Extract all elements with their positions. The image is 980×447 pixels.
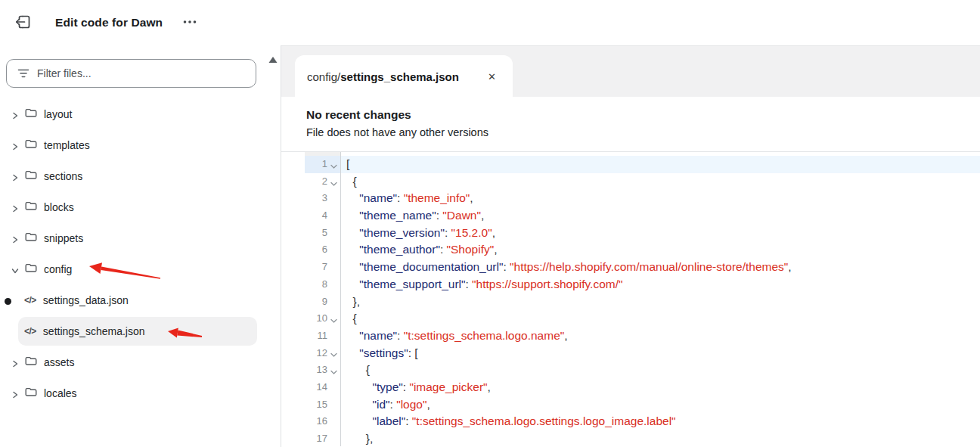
- gutter-cell: 5: [305, 225, 340, 242]
- fold-arrow-icon[interactable]: [327, 173, 340, 191]
- version-panel-subheading: File does not have any other versions: [306, 124, 980, 141]
- filter-files-input[interactable]: [6, 59, 256, 88]
- code-line-content[interactable]: "type": "image_picker",: [341, 379, 980, 396]
- code-line-content[interactable]: },: [341, 430, 980, 446]
- code-line-3: 3 "name": "theme_info",: [281, 190, 980, 207]
- code-line-content[interactable]: {: [341, 310, 980, 327]
- sidebar-item-snippets[interactable]: </> snippets: [0, 224, 281, 254]
- sidebar-scroll-up-arrow[interactable]: [268, 53, 278, 67]
- tree-item-label: blocks: [44, 201, 74, 213]
- page-title: Edit code for Dawn: [55, 16, 163, 29]
- gutter-cell: 4: [305, 207, 340, 225]
- code-line-16: 16 "label": "t:settings_schema.logo.sett…: [281, 413, 980, 430]
- code-line-8: 8 "theme_support_url": "https://support.…: [281, 276, 980, 293]
- tree-item-label: assets: [44, 356, 74, 368]
- line-number: 12: [305, 345, 327, 362]
- code-line-14: 14 "type": "image_picker",: [281, 379, 980, 396]
- tree-item-label: settings_data.json: [43, 294, 129, 306]
- line-number: 15: [305, 396, 327, 414]
- code-line-content[interactable]: [: [341, 156, 980, 173]
- sidebar-item-blocks[interactable]: </> blocks: [0, 193, 281, 223]
- chevron-right-icon[interactable]: [11, 358, 20, 367]
- sidebar-item-sections[interactable]: </> sections: [0, 162, 281, 192]
- code-line-2: 2 {: [281, 173, 980, 191]
- code-line-content[interactable]: {: [341, 173, 980, 191]
- code-editor: 1 [ 2 { 3 "name": "theme_info", 4: [281, 152, 980, 446]
- fold-arrow-icon[interactable]: [327, 310, 340, 327]
- version-panel: No recent changes File does not have any…: [281, 97, 980, 152]
- code-line-17: 17 },: [281, 430, 980, 446]
- code-file-icon: </>: [24, 326, 36, 337]
- gutter-cell: 15: [305, 396, 340, 414]
- gutter-cell: 11: [305, 327, 340, 345]
- tab-settings-schema[interactable]: config/settings_schema.json ✕: [295, 55, 513, 98]
- gutter-cell: 16: [305, 413, 340, 430]
- line-number: 7: [305, 259, 327, 276]
- code-line-5: 5 "theme_version": "15.2.0",: [281, 225, 980, 242]
- code-line-content[interactable]: "name": "theme_info",: [341, 190, 980, 207]
- code-line-content[interactable]: "theme_name": "Dawn",: [341, 207, 980, 225]
- topbar: Edit code for Dawn: [0, 0, 980, 45]
- sidebar-item-templates[interactable]: </> templates: [0, 131, 281, 161]
- line-number: 4: [305, 207, 327, 225]
- code-line-content[interactable]: "theme_support_url": "https://support.sh…: [341, 276, 980, 293]
- gutter-cell: 9: [305, 293, 340, 311]
- line-number: 10: [305, 310, 327, 327]
- code-line-11: 11 "name": "t:settings_schema.logo.name"…: [281, 327, 980, 345]
- folder-icon: [24, 230, 38, 247]
- line-number: 5: [305, 225, 327, 242]
- chevron-right-icon[interactable]: [11, 172, 20, 181]
- code-line-content[interactable]: "theme_version": "15.2.0",: [341, 225, 980, 242]
- folder-icon: [24, 168, 38, 185]
- more-actions-button[interactable]: [182, 14, 197, 32]
- tab-bar: config/settings_schema.json ✕: [281, 45, 980, 97]
- tree-item-label: layout: [44, 108, 72, 120]
- code-line-7: 7 "theme_documentation_url": "https://he…: [281, 259, 980, 276]
- code-line-6: 6 "theme_author": "Shopify",: [281, 241, 980, 259]
- chevron-right-icon[interactable]: [11, 234, 20, 243]
- sidebar-item-assets[interactable]: </> assets: [0, 348, 281, 378]
- code-file-icon: </>: [24, 295, 36, 306]
- gutter-cell: 10: [305, 310, 340, 327]
- gutter-cell: 1: [305, 156, 340, 173]
- file-sidebar: </> layout </> templates: [0, 45, 281, 447]
- gutter-cell: 7: [305, 259, 340, 276]
- chevron-right-icon[interactable]: [11, 141, 20, 150]
- chevron-right-icon[interactable]: [11, 203, 20, 212]
- sidebar-item-layout[interactable]: </> layout: [0, 100, 281, 130]
- folder-icon: [24, 199, 38, 216]
- sidebar-item-settings_data-json[interactable]: </> settings_data.json: [0, 286, 281, 316]
- code-line-content[interactable]: "theme_author": "Shopify",: [341, 241, 980, 259]
- tab-close-button[interactable]: ✕: [483, 68, 501, 85]
- chevron-right-icon[interactable]: [11, 110, 20, 119]
- exit-editor-button[interactable]: [14, 13, 33, 33]
- chevron-down-icon[interactable]: [11, 265, 20, 274]
- fold-arrow-icon[interactable]: [327, 345, 340, 362]
- line-number: 17: [305, 430, 327, 446]
- chevron-right-icon[interactable]: [11, 389, 20, 398]
- code-line-10: 10 {: [281, 310, 980, 327]
- sidebar-item-settings_schema-json[interactable]: </> settings_schema.json: [0, 317, 281, 347]
- code-line-content[interactable]: {: [341, 362, 980, 379]
- code-line-content[interactable]: "theme_documentation_url": "https://help…: [341, 259, 980, 276]
- gutter-cell: 13: [305, 362, 340, 379]
- fold-arrow-icon[interactable]: [327, 156, 340, 173]
- line-number: 9: [305, 293, 327, 311]
- code-line-content[interactable]: "id": "logo",: [341, 396, 980, 414]
- fold-arrow-icon[interactable]: [327, 362, 340, 379]
- code-line-content[interactable]: "settings": [: [341, 345, 980, 362]
- file-tree: </> layout </> templates: [0, 99, 281, 409]
- line-number: 1: [305, 156, 327, 173]
- gutter-cell: 6: [305, 241, 340, 259]
- sidebar-item-locales[interactable]: </> locales: [0, 379, 281, 409]
- code-line-content[interactable]: },: [341, 293, 980, 311]
- line-number: 3: [305, 190, 327, 207]
- code-line-9: 9 },: [281, 293, 980, 311]
- sidebar-item-config[interactable]: </> config: [0, 255, 281, 285]
- line-number: 16: [305, 413, 327, 430]
- gutter-cell: 14: [305, 379, 340, 396]
- gutter-cell: 3: [305, 190, 340, 207]
- folder-icon: [24, 137, 38, 154]
- code-line-content[interactable]: "name": "t:settings_schema.logo.name",: [341, 327, 980, 345]
- code-line-content[interactable]: "label": "t:settings_schema.logo.setting…: [341, 413, 980, 430]
